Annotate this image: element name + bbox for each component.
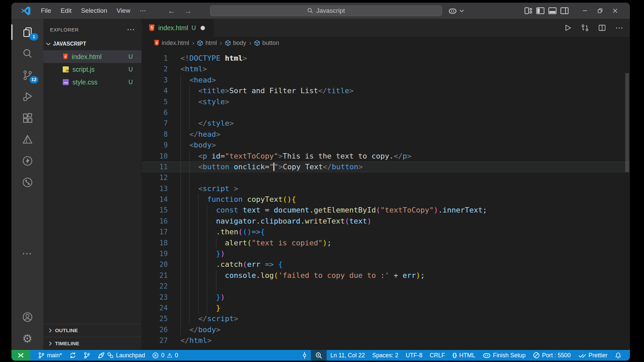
code-line-7[interactable]: 7</style> <box>142 118 630 129</box>
breadcrumb-index-html[interactable]: 5 index.html <box>154 40 189 47</box>
editor-scrollbar[interactable] <box>625 73 629 172</box>
split-editor-icon[interactable] <box>598 24 606 32</box>
status-copilot-setup[interactable]: Finish Setup <box>479 350 529 361</box>
code-line-13[interactable]: 13<script > <box>142 183 630 194</box>
status-cursor-position[interactable]: Ln 11, Col 22 <box>327 350 369 361</box>
code-line-14[interactable]: 14function copyText(){ <box>142 194 630 205</box>
status-source-control-graph[interactable] <box>80 350 94 361</box>
activity-extension-prism[interactable] <box>11 129 43 150</box>
code-line-25[interactable]: 25</script> <box>142 313 630 324</box>
code-line-4[interactable]: 4<title>Sort and Filter List</title> <box>142 85 630 96</box>
status-indentation[interactable]: Spaces: 2 <box>369 350 402 361</box>
code-line-20[interactable]: 20.catch(err => { <box>142 259 630 270</box>
status-encoding[interactable]: UTF-8 <box>402 350 426 361</box>
status-remote-indicator[interactable] <box>11 350 30 361</box>
more-actions-icon[interactable]: ⋯ <box>615 23 623 33</box>
code-line-27[interactable]: 27</html> <box>142 335 630 346</box>
status-zoom-indicator[interactable] <box>311 350 327 361</box>
activity-extensions[interactable] <box>11 107 43 129</box>
code-line-6[interactable]: 6 <box>142 107 630 118</box>
code-line-15[interactable]: 15const text = document.getElementById("… <box>142 205 630 216</box>
activity-source-control[interactable]: 12 <box>11 64 43 86</box>
code-line-19[interactable]: 19}) <box>142 248 630 259</box>
code-line-23[interactable]: 23}) <box>142 292 630 303</box>
menu-selection[interactable]: Selection <box>76 3 112 19</box>
menu-file[interactable]: File <box>36 3 56 19</box>
code-line-21[interactable]: 21console.log('failed to copy due to :' … <box>142 270 630 281</box>
code-line-18[interactable]: 18alert("text is copied"); <box>142 238 630 248</box>
close-button[interactable] <box>607 3 623 19</box>
tab-index-html[interactable]: 5 index.html U <box>143 19 214 37</box>
menu-edit[interactable]: Edit <box>56 3 76 19</box>
file-row-style.css[interactable]: css style.css U <box>43 76 142 88</box>
activity-run-and-debug[interactable] <box>11 86 43 107</box>
breadcrumb-separator: › <box>192 39 194 47</box>
activity-more-views[interactable]: ⋯ <box>11 242 43 264</box>
status-language-mode[interactable]: {}HTML <box>449 350 479 361</box>
section-timeline[interactable]: TIMELINE <box>43 337 142 350</box>
line-content: </script> <box>180 313 630 324</box>
status-notifications[interactable] <box>611 350 625 361</box>
code-line-3[interactable]: 3<head> <box>142 75 630 85</box>
toggle-primary-sidebar-icon[interactable] <box>534 3 546 19</box>
menu-view[interactable]: View <box>112 3 135 19</box>
code-line-1[interactable]: 1<!DOCTYPE html> <box>142 53 630 64</box>
status-live-server-port[interactable]: Port : 5500 <box>529 350 575 361</box>
back-arrow-icon[interactable]: ← <box>167 6 175 15</box>
tab-modified-dot[interactable] <box>201 26 205 30</box>
status-eol-sequence[interactable]: CRLF <box>426 350 449 361</box>
restore-button[interactable] <box>592 3 607 19</box>
code-area[interactable]: 1<!DOCTYPE html> 2<html> 3<head> 4<title… <box>142 49 630 350</box>
code-line-10[interactable]: 10<p id="textToCopy">This is the text to… <box>142 151 630 162</box>
explorer-header: EXPLORER ⋯ <box>43 23 142 36</box>
file-row-index.html[interactable]: 5 index.html U <box>43 50 142 63</box>
status-prettier[interactable]: Prettier <box>575 350 611 361</box>
line-content: <!DOCTYPE html> <box>180 53 630 64</box>
run-file-icon[interactable] <box>564 24 572 32</box>
line-content: } <box>180 303 630 313</box>
status-launchpad[interactable]: Launchpad <box>94 350 149 361</box>
toggle-panel-icon[interactable] <box>546 3 558 19</box>
command-center-search[interactable]: Javascript <box>210 5 442 16</box>
code-line-22[interactable]: 22 <box>142 281 630 292</box>
status-git-sync[interactable] <box>66 350 80 361</box>
activity-search[interactable] <box>11 43 43 64</box>
status-commit-indicator[interactable] <box>298 350 311 361</box>
code-line-9[interactable]: 9<body> <box>142 140 630 150</box>
folder-header-javascript[interactable]: JAVASCRIPT <box>43 38 142 50</box>
menu-more[interactable]: ⋯ <box>135 3 151 19</box>
copilot-menu[interactable] <box>448 3 464 19</box>
activity-extension-thunder[interactable] <box>11 150 43 172</box>
activity-explorer[interactable]: 1 <box>11 21 43 43</box>
breadcrumb-body[interactable]: body <box>225 40 246 47</box>
line-number: 11 <box>142 162 180 172</box>
code-line-16[interactable]: 16navigator.clipboard.writeText(text) <box>142 216 630 227</box>
explorer-more-actions-icon[interactable]: ⋯ <box>127 28 135 31</box>
code-line-17[interactable]: 17.then(()=>{ <box>142 227 630 237</box>
minimize-button[interactable] <box>577 3 592 19</box>
code-line-12[interactable]: 12 <box>142 172 630 183</box>
code-line-2[interactable]: 2<html> <box>142 64 630 74</box>
section-outline[interactable]: OUTLINE <box>43 324 142 337</box>
status-problems[interactable]: 0⚠0 <box>149 350 182 361</box>
js-file-icon: JS <box>63 66 69 72</box>
code-line-26[interactable]: 26</body> <box>142 324 630 335</box>
editor-group: 5 index.html U ⋯ 5 index.html › html › b… <box>142 19 630 350</box>
code-line-8[interactable]: 8</head> <box>142 129 630 140</box>
code-line-24[interactable]: 24} <box>142 303 630 313</box>
breadcrumb-button[interactable]: button <box>254 40 279 47</box>
status-git-branch[interactable]: main* <box>34 350 66 361</box>
branch-icon <box>38 352 45 359</box>
activity-settings[interactable]: ⚙ <box>11 331 43 346</box>
activity-accounts[interactable] <box>11 309 43 325</box>
activity-extension-insights[interactable] <box>11 172 43 193</box>
open-changes-icon[interactable] <box>581 24 589 32</box>
file-row-script.js[interactable]: JS script.js U <box>43 63 142 76</box>
code-line-5[interactable]: 5<style> <box>142 97 630 107</box>
breadcrumb-html[interactable]: html <box>197 40 217 47</box>
forward-arrow-icon[interactable]: → <box>184 6 192 15</box>
toggle-secondary-sidebar-icon[interactable] <box>558 3 571 19</box>
customize-layout-icon[interactable] <box>522 3 534 19</box>
code-line-11[interactable]: 11<button onclick="">Copy Text</button> <box>142 162 630 172</box>
line-content: <button onclick="">Copy Text</button> <box>180 162 630 172</box>
